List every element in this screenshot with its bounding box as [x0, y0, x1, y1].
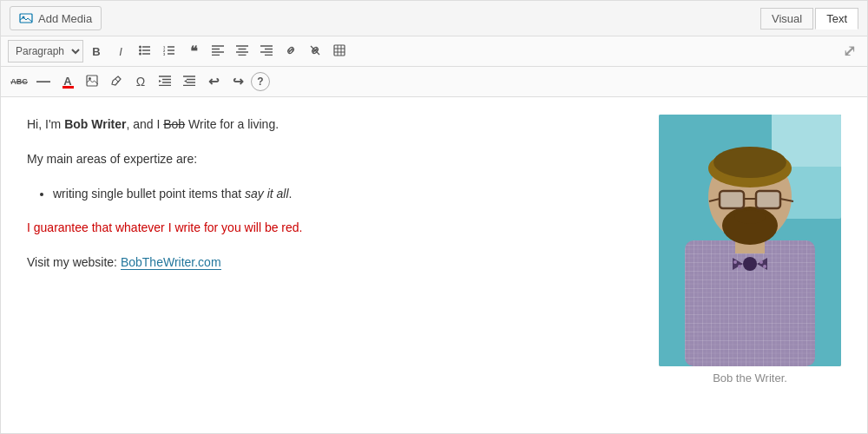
svg-point-7 [139, 52, 141, 55]
svg-point-62 [733, 260, 737, 264]
svg-line-34 [115, 79, 119, 82]
add-media-button[interactable]: Add Media [10, 6, 102, 30]
sidebar-image-area: Bob the Writer. [659, 115, 841, 416]
bullet-italic: say it all [245, 187, 289, 201]
svg-point-51 [713, 147, 786, 178]
bullet-suffix: . [289, 187, 293, 201]
svg-point-6 [139, 49, 141, 51]
align-center-icon [236, 45, 248, 58]
toolbar-row1: Paragraph 123 ❝ [1, 36, 867, 67]
outdent-icon [183, 76, 195, 89]
blockquote-icon: ❝ [190, 43, 198, 60]
text-color-icon: A [62, 75, 74, 89]
omega-icon: Ω [136, 75, 145, 89]
svg-point-5 [139, 45, 141, 48]
paragraph-select[interactable]: Paragraph [8, 40, 83, 62]
add-media-icon [19, 11, 33, 25]
hr-button[interactable]: — [32, 70, 55, 93]
indent-button[interactable] [154, 70, 176, 93]
indent-icon [159, 76, 171, 89]
svg-point-53 [734, 210, 766, 224]
svg-rect-27 [334, 45, 345, 56]
paragraph-intro: Hi, I'm Bob Writer, and I Bob Write for … [27, 115, 641, 135]
omega-button[interactable]: Ω [129, 70, 152, 93]
fullscreen-button[interactable]: ⤢ [838, 40, 860, 62]
fullscreen-icon: ⤢ [843, 42, 856, 61]
tab-visual[interactable]: Visual [760, 8, 813, 30]
ol-button[interactable]: 123 [158, 40, 181, 62]
bullet-item: writing single bullet point items that s… [53, 184, 641, 205]
person-image [659, 115, 841, 366]
intro-bold-name: Bob Writer [64, 117, 126, 131]
svg-rect-54 [720, 191, 744, 208]
bold-button[interactable] [85, 40, 108, 62]
undo-icon: ↩ [208, 74, 220, 89]
align-center-button[interactable] [231, 40, 253, 62]
intro-suffix: Write for a living. [185, 117, 279, 131]
italic-button[interactable] [109, 40, 132, 62]
website-prefix: Visit my website: [27, 255, 121, 269]
help-button[interactable]: ? [251, 72, 270, 91]
unlink-button[interactable] [304, 40, 326, 62]
svg-text:3: 3 [163, 51, 166, 56]
strikethrough-icon: ABC [10, 77, 28, 86]
ul-button[interactable] [134, 40, 156, 62]
editor-content[interactable]: Hi, I'm Bob Writer, and I Bob Write for … [27, 115, 641, 416]
hr-icon: — [36, 74, 50, 89]
intro-strikethrough: Bob [163, 117, 185, 131]
strikethrough-button[interactable]: ABC [8, 70, 30, 93]
redo-icon: ↪ [233, 74, 244, 89]
svg-point-64 [760, 260, 763, 264]
text-color-button[interactable]: A [56, 70, 79, 93]
red-text: I guarantee that whatever I write for yo… [27, 220, 303, 234]
table-icon [333, 44, 345, 59]
paragraph-website: Visit my website: BobTheWriter.com [27, 253, 641, 273]
blockquote-button[interactable]: ❝ [182, 40, 205, 62]
ul-icon [139, 44, 151, 59]
paragraph-red: I guarantee that whatever I write for yo… [27, 218, 641, 239]
intro-prefix: Hi, I'm [27, 117, 64, 131]
eraser-button[interactable] [105, 70, 128, 93]
link-button[interactable] [279, 40, 302, 62]
top-bar: Add Media Visual Text [1, 1, 867, 36]
media-library-icon [86, 75, 98, 89]
image-caption: Bob the Writer. [713, 372, 787, 385]
bold-icon [92, 45, 100, 58]
svg-point-61 [743, 257, 757, 271]
align-right-button[interactable] [255, 40, 278, 62]
svg-point-65 [763, 265, 766, 268]
align-left-button[interactable] [207, 40, 229, 62]
eraser-icon [110, 75, 122, 89]
unlink-icon [309, 44, 321, 59]
link-icon [285, 44, 297, 59]
content-area: Hi, I'm Bob Writer, and I Bob Write for … [1, 97, 867, 433]
svg-point-63 [738, 265, 741, 268]
editor-wrapper: Add Media Visual Text Paragraph 123 [0, 0, 868, 434]
ol-icon: 123 [163, 44, 175, 59]
align-left-icon [212, 45, 224, 58]
table-button[interactable] [328, 40, 351, 62]
intro-infix: , and I [126, 117, 163, 131]
bullet-list: writing single bullet point items that s… [53, 184, 641, 205]
website-link[interactable]: BobTheWriter.com [121, 255, 221, 270]
help-icon: ? [257, 76, 263, 88]
svg-rect-55 [756, 191, 780, 208]
toolbar-row2: ABC — A Ω [1, 67, 867, 97]
media-library-button[interactable] [81, 70, 103, 93]
undo-button[interactable]: ↩ [202, 70, 225, 93]
outdent-button[interactable] [178, 70, 201, 93]
redo-button[interactable]: ↪ [227, 70, 249, 93]
align-right-icon [260, 45, 273, 58]
italic-icon [119, 45, 122, 58]
view-tabs: Visual Text [760, 8, 858, 30]
paragraph-expertize: My main areas of expertize are: [27, 149, 641, 170]
tab-text[interactable]: Text [815, 8, 858, 30]
add-media-label: Add Media [38, 12, 92, 25]
bullet-prefix: writing single bullet point items that [53, 187, 245, 201]
